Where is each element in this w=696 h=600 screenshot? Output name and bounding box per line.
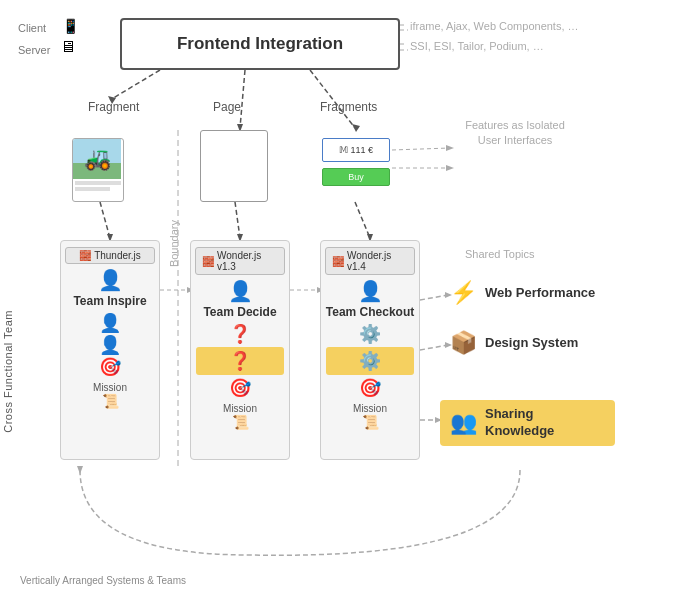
checkout-price-display: 𝕄 111 € xyxy=(322,138,390,162)
boundary-label: Boundary xyxy=(168,220,180,267)
inspire-person-icon: 👤 xyxy=(98,268,123,292)
web-performance-box: ⚡ Web Performance xyxy=(450,280,595,306)
checkout-highlight-row: ⚙️ xyxy=(326,347,414,375)
web-performance-icon: ⚡ xyxy=(450,280,477,306)
checkout-tech-badge: 🧱 Wonder.js v1.4 xyxy=(325,247,415,275)
svg-line-14 xyxy=(355,202,370,238)
inspire-team-name: Team Inspire xyxy=(73,294,146,308)
checkout-mission-label: Mission xyxy=(353,403,387,414)
svg-line-23 xyxy=(420,345,448,350)
checkout-button[interactable]: Buy xyxy=(322,168,390,186)
inspire-person2-icon: 👤 xyxy=(99,334,121,356)
decide-role-icon: ❓ xyxy=(229,323,251,345)
svg-marker-20 xyxy=(446,165,454,171)
iframe-label: iframe, Ajax, Web Components, … xyxy=(410,20,579,32)
team-decide-panel: 🧱 Wonder.js v1.3 👤 Team Decide ❓ ❓ 🎯 Mis… xyxy=(190,240,290,460)
page-fragment-thumbnail: The Tractor Store 🚜 xyxy=(200,130,268,202)
decide-mission-label: Mission xyxy=(223,403,257,414)
checkout-price-text: 𝕄 111 € xyxy=(339,145,373,155)
diagram: Client Server 📱 🖥 Frontend Integration i… xyxy=(0,0,696,600)
fragments-label: Fragments xyxy=(320,100,377,114)
sharing-knowledge-icon: 👥 xyxy=(450,410,477,436)
server-label: Server xyxy=(18,44,50,56)
svg-marker-18 xyxy=(446,145,454,151)
shared-topics-label: Shared Topics xyxy=(465,248,535,260)
inspire-role-icon: 👤 xyxy=(99,312,121,334)
checkout-person-icon: 👤 xyxy=(358,279,383,303)
frontend-integration-title: Frontend Integration xyxy=(177,34,343,54)
checkout-highlight-icon: ⚙️ xyxy=(359,350,381,372)
sharing-knowledge-box: 👥 Sharing Knowledge xyxy=(440,400,615,446)
svg-line-4 xyxy=(110,70,160,100)
decide-highlight-row: ❓ xyxy=(196,347,284,375)
decide-tech-badge: 🧱 Wonder.js v1.3 xyxy=(195,247,285,275)
checkout-scroll-icon: 📜 xyxy=(362,414,379,430)
inspire-target-icon: 🎯 xyxy=(99,356,121,378)
checkout-tech-icon: 🧱 xyxy=(332,256,344,267)
frontend-integration-box: Frontend Integration xyxy=(120,18,400,70)
inspire-tech-badge: 🧱 Thunder.js xyxy=(65,247,155,264)
decide-person-icon: 👤 xyxy=(228,279,253,303)
decide-highlight-icon: ❓ xyxy=(229,350,251,372)
features-label: Features as Isolated User Interfaces xyxy=(455,118,575,149)
decide-tech-label: Wonder.js v1.3 xyxy=(217,250,278,272)
checkout-btn-label: Buy xyxy=(348,172,364,182)
svg-line-10 xyxy=(100,202,110,238)
inspire-mission-label: Mission xyxy=(93,382,127,393)
inspire-tech-icon: 🧱 xyxy=(79,250,91,261)
inspire-fragment-image: 🚜 xyxy=(73,139,121,179)
ssi-label: SSI, ESI, Tailor, Podium, … xyxy=(410,40,544,52)
design-system-icon: 📦 xyxy=(450,330,477,356)
client-label: Client xyxy=(18,22,46,34)
decide-scroll-icon: 📜 xyxy=(232,414,249,430)
decide-tech-icon: 🧱 xyxy=(202,256,214,267)
inspire-scroll-icon: 📜 xyxy=(102,393,119,409)
page-label: Page xyxy=(213,100,241,114)
cross-functional-label: Cross Functional Team xyxy=(2,310,14,433)
fragment-label: Fragment xyxy=(88,100,139,114)
inspire-fragment-thumbnail: 🚜 xyxy=(72,138,124,202)
svg-line-6 xyxy=(240,70,245,128)
design-system-box: 📦 Design System xyxy=(450,330,578,356)
server-icon: 🖥 xyxy=(60,38,76,56)
checkout-target-icon: 🎯 xyxy=(359,377,381,399)
svg-line-21 xyxy=(420,295,448,300)
sharing-knowledge-label: Sharing Knowledge xyxy=(485,406,605,440)
team-inspire-panel: 🧱 Thunder.js 👤 Team Inspire 👤 👤 🎯 Missio… xyxy=(60,240,160,460)
checkout-role-icon: ⚙️ xyxy=(359,323,381,345)
svg-line-17 xyxy=(392,148,450,150)
design-system-label: Design System xyxy=(485,335,578,352)
checkout-tech-label: Wonder.js v1.4 xyxy=(347,250,408,272)
inspire-line-1 xyxy=(75,181,121,185)
vertically-arranged-label: Vertically Arranged Systems & Teams xyxy=(20,573,186,588)
inspire-line-2 xyxy=(75,187,110,191)
svg-line-8 xyxy=(310,70,355,128)
checkout-team-name: Team Checkout xyxy=(326,305,414,319)
svg-line-12 xyxy=(235,202,240,238)
team-checkout-panel: 🧱 Wonder.js v1.4 👤 Team Checkout ⚙️ ⚙️ 🎯… xyxy=(320,240,420,460)
client-icon: 📱 xyxy=(62,18,79,34)
svg-marker-9 xyxy=(352,124,360,132)
decide-target-icon: 🎯 xyxy=(229,377,251,399)
decide-team-name: Team Decide xyxy=(203,305,276,319)
web-performance-label: Web Performance xyxy=(485,285,595,302)
inspire-tech-label: Thunder.js xyxy=(94,250,141,261)
svg-marker-27 xyxy=(77,466,83,474)
